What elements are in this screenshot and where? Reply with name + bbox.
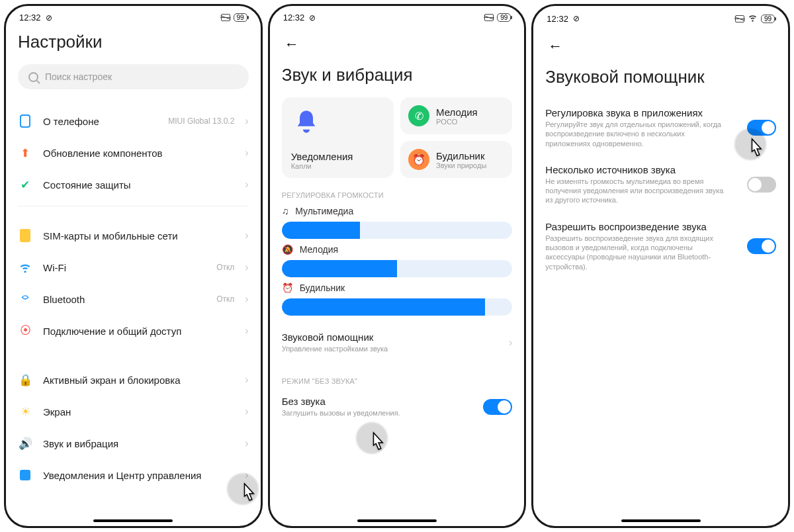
chevron-right-icon: ›: [245, 325, 248, 337]
row-adjust-per-app[interactable]: Регулировка звука в приложениях Регулиру…: [545, 99, 776, 156]
phone-sound: 12:32 ⊘ 99 ← Звук и вибрация Уведомления…: [268, 4, 527, 528]
no-sim-icon: [735, 15, 744, 22]
search-icon: [28, 72, 38, 82]
alarm-icon: ⏰: [408, 149, 429, 170]
update-icon: ⬆: [18, 146, 32, 160]
bell-slash-icon: 🔕: [282, 244, 293, 255]
row-notifications[interactable]: Уведомления и Центр управления ›: [18, 459, 249, 491]
row-sound[interactable]: 🔊 Звук и вибрация ›: [18, 427, 249, 459]
row-display[interactable]: ☀ Экран ›: [18, 396, 249, 427]
lock-icon: 🔒: [18, 373, 32, 387]
wifi-icon: [18, 260, 32, 275]
bluetooth-icon: ⌔: [18, 292, 32, 306]
toggle-adjust[interactable]: [747, 120, 776, 136]
page-title: Настройки: [18, 25, 249, 64]
row-sound-assistant[interactable]: Звуковой помощник Управление настройками…: [282, 324, 513, 361]
chevron-right-icon: ›: [509, 337, 512, 349]
chevron-right-icon: ›: [245, 115, 248, 127]
alarm-clock-icon: ⏰: [282, 283, 293, 293]
music-note-icon: ♫: [282, 206, 289, 216]
row-allow-playback[interactable]: Разрешить воспроизведение звука Разрешит…: [545, 213, 776, 279]
chevron-right-icon: ›: [245, 406, 248, 418]
row-updates[interactable]: ⬆ Обновление компонентов ›: [18, 137, 249, 169]
row-lockscreen[interactable]: 🔒 Активный экран и блокировка ›: [18, 364, 249, 396]
no-sim-icon: [484, 14, 494, 21]
dnd-icon: ⊘: [309, 13, 316, 22]
dnd-icon: ⊘: [573, 14, 580, 23]
wifi-icon: [748, 13, 758, 24]
toggle-allow[interactable]: [747, 238, 776, 254]
sun-icon: ☀: [18, 404, 32, 419]
chevron-right-icon: ›: [245, 179, 248, 191]
card-ringtone[interactable]: ✆ Мелодия POCO: [400, 97, 512, 134]
row-bluetooth[interactable]: ⌔ Bluetooth Откл ›: [18, 283, 249, 315]
status-bar: 12:32 ⊘ 99: [270, 6, 525, 25]
home-indicator[interactable]: [621, 519, 701, 522]
chevron-right-icon: ›: [245, 374, 248, 386]
slider-ringtone[interactable]: 🔕Мелодия: [282, 240, 513, 279]
search-input[interactable]: Поиск настроек: [18, 64, 249, 89]
card-notifications[interactable]: Уведомления Капли: [282, 97, 394, 178]
page-title: Звук и вибрация: [282, 58, 513, 97]
chevron-right-icon: ›: [245, 230, 248, 242]
no-sim-icon: [221, 14, 230, 21]
bell-icon: [291, 107, 322, 137]
chevron-right-icon: ›: [245, 437, 248, 449]
notification-icon: [20, 470, 30, 480]
toggle-silent[interactable]: [483, 399, 512, 415]
chevron-right-icon: ›: [245, 293, 248, 305]
chevron-right-icon: ›: [245, 469, 248, 481]
slider-media[interactable]: ♫Мультимедиа: [282, 202, 513, 240]
status-clock: 12:32: [19, 13, 41, 22]
phone-settings: 12:32 ⊘ 99 Настройки Поиск настроек О те…: [4, 4, 263, 528]
home-indicator[interactable]: [93, 519, 173, 522]
row-wifi[interactable]: Wi-Fi Откл ›: [18, 251, 249, 283]
status-clock: 12:32: [547, 14, 568, 24]
section-volume: РЕГУЛИРОВКА ГРОМКОСТИ: [282, 187, 513, 202]
chevron-right-icon: ›: [245, 147, 248, 159]
page-title: Звуковой помощник: [545, 60, 776, 99]
back-button[interactable]: ←: [545, 27, 776, 60]
status-bar: 12:32 ⊘ 99: [533, 6, 788, 27]
shield-icon: ✔: [18, 177, 32, 192]
speaker-icon: 🔊: [18, 436, 32, 451]
back-button[interactable]: ←: [282, 25, 513, 58]
slider-alarm[interactable]: ⏰Будильник: [282, 279, 513, 317]
card-alarm[interactable]: ⏰ Будильник Звуки природы: [400, 141, 512, 178]
row-security[interactable]: ✔ Состояние защиты ›: [18, 169, 249, 200]
battery-icon: 99: [497, 13, 511, 22]
row-sim[interactable]: SIM-карты и мобильные сети ›: [18, 220, 249, 251]
home-indicator[interactable]: [357, 519, 437, 522]
row-silent-mode[interactable]: Без звука Заглушить вызовы и уведомления…: [282, 388, 513, 425]
battery-icon: 99: [234, 13, 247, 22]
battery-icon: 99: [761, 15, 775, 23]
row-multiple-sources[interactable]: Несколько источников звука Не изменять г…: [545, 156, 776, 213]
hotspot-icon: ⦿: [18, 324, 32, 338]
row-tether[interactable]: ⦿ Подключение и общий доступ ›: [18, 315, 249, 347]
chevron-right-icon: ›: [245, 261, 248, 273]
cursor-pointer-icon: [365, 429, 392, 456]
toggle-multi[interactable]: [747, 177, 776, 193]
row-about-phone[interactable]: О телефоне MIUI Global 13.0.2 ›: [18, 105, 249, 137]
status-bar: 12:32 ⊘ 99: [6, 6, 261, 25]
phone-sound-assistant: 12:32 ⊘ 99 ← Звуковой помощник Регулиров…: [531, 4, 790, 528]
section-silent: РЕЖИМ "БЕЗ ЗВУКА": [282, 373, 513, 388]
phone-call-icon: ✆: [408, 105, 429, 126]
dnd-icon: ⊘: [46, 13, 52, 22]
status-clock: 12:32: [283, 13, 305, 22]
sim-icon: [20, 229, 30, 242]
phone-icon: [20, 114, 30, 128]
